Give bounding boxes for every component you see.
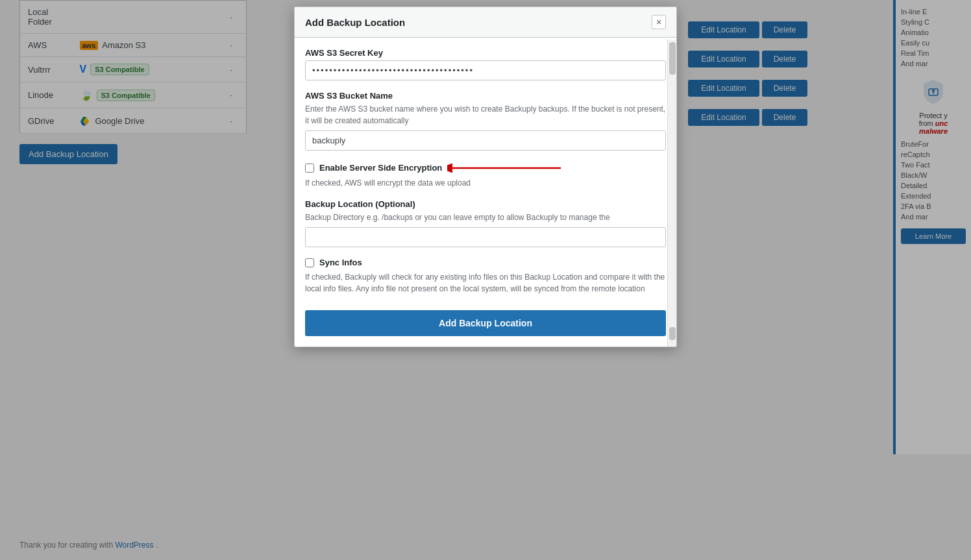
add-backup-location-modal: Add Backup Location × AWS S3 Secret Key … <box>294 6 677 347</box>
bucket-name-field: AWS S3 Bucket Name Enter the AWS S3 buck… <box>305 91 666 151</box>
backup-location-description: Backup Directory e.g. /backups or you ca… <box>305 212 666 223</box>
modal-scrollbar[interactable] <box>667 40 676 347</box>
backup-location-input[interactable] <box>305 227 666 247</box>
secret-key-label: AWS S3 Secret Key <box>305 48 666 58</box>
arrow-annotation <box>447 161 564 177</box>
modal-title: Add Backup Location <box>305 17 405 28</box>
sync-infos-label[interactable]: Sync Infos <box>319 258 362 267</box>
backup-location-label: Backup Location (Optional) <box>305 199 666 209</box>
encryption-checkbox[interactable] <box>305 164 314 173</box>
modal-overlay: Add Backup Location × AWS S3 Secret Key … <box>0 0 971 560</box>
modal-submit-button[interactable]: Add Backup Location <box>305 310 666 336</box>
sync-infos-description: If checked, Backuply will check for any … <box>305 271 666 295</box>
bucket-name-description: Enter the AWS S3 bucket name where you w… <box>305 103 666 127</box>
encryption-field: Enable Server Side Encryption <box>305 161 666 189</box>
page-background: Local Folder - AWS aws Amazon S3 - <box>0 0 971 560</box>
sync-infos-field: Sync Infos If checked, Backuply will che… <box>305 258 666 295</box>
backup-location-field: Backup Location (Optional) Backup Direct… <box>305 199 666 247</box>
encryption-description: If checked, AWS will encrypt the data we… <box>305 177 666 189</box>
modal-close-button[interactable]: × <box>652 15 666 29</box>
sync-infos-checkbox[interactable] <box>305 258 314 267</box>
encryption-checkbox-row: Enable Server Side Encryption <box>305 163 442 173</box>
modal-body: AWS S3 Secret Key AWS S3 Bucket Name Ent… <box>295 38 676 347</box>
sync-infos-checkbox-row: Sync Infos <box>305 258 666 267</box>
red-arrow-svg <box>447 161 564 175</box>
encryption-label[interactable]: Enable Server Side Encryption <box>319 163 442 173</box>
secret-key-input[interactable] <box>305 60 666 80</box>
modal-header: Add Backup Location × <box>295 7 676 38</box>
bucket-name-label: AWS S3 Bucket Name <box>305 91 666 101</box>
encryption-row: Enable Server Side Encryption <box>305 161 666 177</box>
scrollbar-thumb-top <box>669 42 676 75</box>
scrollbar-thumb-bottom <box>669 327 676 340</box>
bucket-name-input[interactable] <box>305 130 666 151</box>
secret-key-field: AWS S3 Secret Key <box>305 48 666 80</box>
